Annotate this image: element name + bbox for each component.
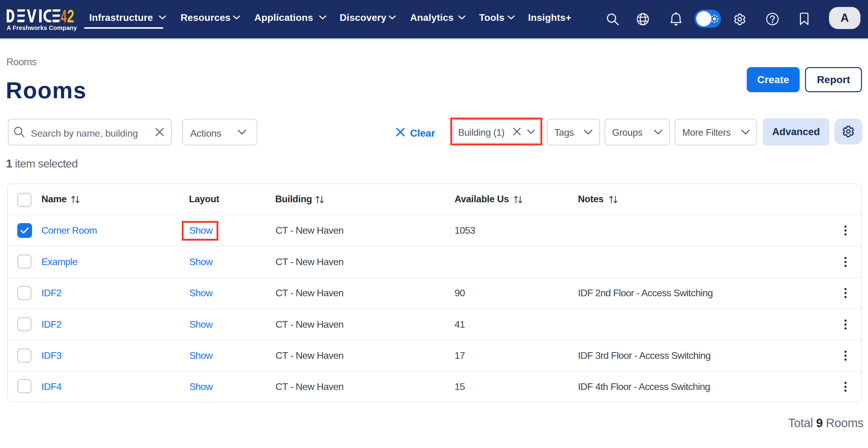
svg-text:4: 4 (61, 9, 67, 22)
svg-text:2: 2 (67, 9, 74, 22)
